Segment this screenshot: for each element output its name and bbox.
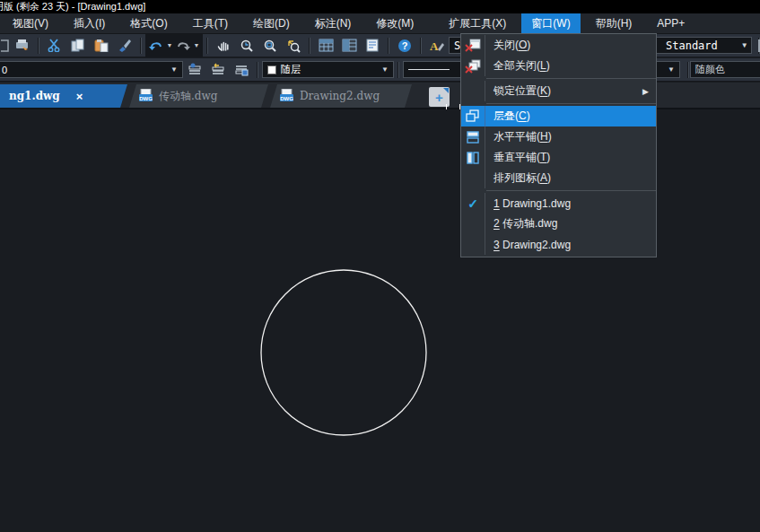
window-menu-dropdown: 关闭(O) 全部关闭(L) 锁定位置(K) ▶ 层叠(C) xyxy=(460,33,657,257)
layer-properties-icon[interactable] xyxy=(314,35,337,57)
menu-item-chuandongzhou[interactable]: 2 传动轴.dwg xyxy=(461,214,656,234)
tab-label: ng1.dwg xyxy=(9,90,60,102)
svg-text:DWG: DWG xyxy=(280,95,293,100)
menu-help[interactable]: 帮助(H) xyxy=(586,13,642,34)
undo-redo-group: ▼ ▼ xyxy=(145,34,203,57)
chevron-down-icon[interactable]: ▼ xyxy=(662,65,675,74)
check-icon: ✓ xyxy=(467,196,478,211)
menu-modify[interactable]: 修改(M) xyxy=(366,13,424,34)
svg-text:A: A xyxy=(430,39,439,52)
menu-app-plus[interactable]: APP+ xyxy=(647,14,694,32)
copy-icon[interactable] xyxy=(66,35,90,57)
layer-isolate-icon[interactable] xyxy=(230,59,253,81)
corner-fold-icon xyxy=(443,88,449,93)
plot-style-combo[interactable]: 随颜色 xyxy=(690,61,760,78)
layer-value: 0 xyxy=(2,65,7,75)
menu-item-arrange-icons[interactable]: 排列图标(A) xyxy=(461,168,656,188)
redo-dropdown-icon[interactable]: ▼ xyxy=(192,42,201,48)
menu-view[interactable]: 视图(V) xyxy=(3,13,58,34)
cascade-icon xyxy=(461,106,485,126)
toolbar-separator xyxy=(309,38,310,54)
zoom-window-icon[interactable] xyxy=(258,35,282,57)
window-title: 用版 (剩余 23 天) - [Drawing1.dwg] xyxy=(0,0,145,13)
plot-style-value: 随颜色 xyxy=(695,63,725,76)
tab-drawing1[interactable]: ng1.dwg × xyxy=(0,84,127,108)
color-combo[interactable]: 随层 ▼ xyxy=(262,61,394,78)
submenu-arrow-icon: ▶ xyxy=(642,87,649,96)
svg-text:?: ? xyxy=(402,40,408,51)
toolbar-separator xyxy=(388,38,389,54)
color-value: 随层 xyxy=(281,63,301,76)
svg-text:DWG: DWG xyxy=(139,95,153,100)
menu-window[interactable]: 窗口(W) xyxy=(521,13,580,34)
menu-draw[interactable]: 绘图(D) xyxy=(243,13,300,34)
paste-icon[interactable] xyxy=(90,35,113,57)
menu-item-drawing1[interactable]: ✓ 1 Drawing1.dwg xyxy=(461,193,656,214)
redo-icon[interactable] xyxy=(174,35,192,57)
menu-bar: 视图(V) 插入(I) 格式(O) 工具(T) 绘图(D) 标注(N) 修改(M… xyxy=(0,13,760,34)
tab-drawing2[interactable]: DWG Drawing2.dwg xyxy=(270,84,412,108)
toolbar-separator xyxy=(687,62,689,78)
tab-close-icon[interactable]: × xyxy=(76,90,83,103)
toolbar-separator xyxy=(397,62,399,78)
menu-item-drawing2[interactable]: 3 Drawing2.dwg xyxy=(461,234,656,255)
color-swatch xyxy=(267,65,276,74)
menu-item-cascade[interactable]: 层叠(C) xyxy=(461,106,656,126)
layer-previous-icon[interactable] xyxy=(206,59,230,81)
tab-chuandongzhou[interactable]: DWG 传动轴.dwg xyxy=(129,84,268,108)
clipped-left-icon[interactable] xyxy=(0,35,11,57)
chevron-down-icon[interactable]: ▼ xyxy=(737,41,747,49)
toolbar-separator xyxy=(38,38,39,54)
layer-states-icon[interactable] xyxy=(337,35,361,57)
title-bar: 用版 (剩余 23 天) - [Drawing1.dwg] xyxy=(0,0,760,13)
linetype-sample xyxy=(408,69,450,70)
cut-icon[interactable] xyxy=(43,35,66,57)
menu-insert[interactable]: 插入(I) xyxy=(64,13,115,34)
undo-dropdown-icon[interactable]: ▼ xyxy=(165,42,174,48)
match-properties-icon[interactable] xyxy=(113,35,136,57)
close-all-icon xyxy=(461,56,485,76)
plot-icon[interactable] xyxy=(11,35,34,57)
undo-icon[interactable] xyxy=(147,35,165,57)
menu-item-tile-vertical[interactable]: 垂直平铺(T) xyxy=(461,147,656,168)
chevron-down-icon[interactable]: ▼ xyxy=(376,65,389,74)
menu-item-lock-location[interactable]: 锁定位置(K) ▶ xyxy=(461,81,656,101)
tile-vertical-icon xyxy=(461,147,485,168)
dwg-file-icon: DWG xyxy=(279,89,294,104)
zoom-realtime-icon[interactable] xyxy=(235,35,258,57)
menu-item-close-all[interactable]: 全部关闭(L) xyxy=(461,56,656,76)
toolbar-separator xyxy=(140,38,142,54)
tile-horizontal-icon xyxy=(461,126,485,147)
menu-item-tile-horizontal[interactable]: 水平平铺(H) xyxy=(461,126,656,147)
text-style-icon[interactable]: A xyxy=(425,35,449,57)
layer-combo[interactable]: 0 ▼ xyxy=(0,61,183,78)
menu-tools[interactable]: 工具(T) xyxy=(183,13,238,34)
chevron-down-icon[interactable]: ▼ xyxy=(165,65,178,74)
menu-format[interactable]: 格式(O) xyxy=(120,13,177,34)
dwg-file-icon: DWG xyxy=(138,89,153,104)
menu-item-close[interactable]: 关闭(O) xyxy=(461,35,656,56)
toolbar-separator xyxy=(257,62,258,78)
close-window-icon xyxy=(461,35,485,56)
pan-icon[interactable] xyxy=(212,35,235,57)
drawn-circle xyxy=(261,270,426,435)
toolbar-separator xyxy=(206,38,208,54)
toolbar-separator xyxy=(420,38,422,54)
tab-label: 传动轴.dwg xyxy=(159,89,217,104)
properties-sheet-icon[interactable] xyxy=(361,35,384,57)
zoom-previous-icon[interactable] xyxy=(282,35,305,57)
make-layer-current-icon[interactable] xyxy=(183,59,206,81)
help-icon[interactable]: ? xyxy=(393,35,416,57)
menu-dimension[interactable]: 标注(N) xyxy=(305,13,362,34)
menu-express-tools[interactable]: 扩展工具(X) xyxy=(439,13,516,34)
tab-label: Drawing2.dwg xyxy=(300,90,380,102)
plus-icon: + xyxy=(435,90,443,105)
